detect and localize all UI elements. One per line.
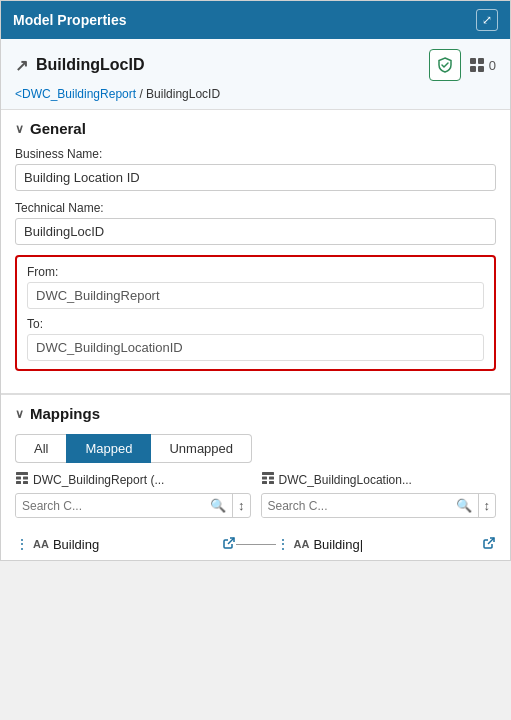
grid-button[interactable]: 0 (469, 57, 496, 73)
svg-rect-12 (262, 481, 267, 484)
panel-header: Model Properties ⤢ (1, 1, 510, 39)
svg-rect-1 (478, 58, 484, 64)
entity-actions: 0 (429, 49, 496, 81)
svg-rect-10 (262, 477, 267, 480)
technical-name-group: Technical Name: (15, 201, 496, 245)
from-to-group: From: To: (15, 255, 496, 371)
entity-arrow-icon: ↗ (15, 56, 28, 75)
right-search-row: 🔍 ↕ (261, 493, 497, 518)
left-search-button[interactable]: 🔍 (204, 494, 232, 517)
breadcrumb: <DWC_BuildingReport / BuildingLocID (1, 85, 510, 109)
left-col-header: DWC_BuildingReport (... (15, 471, 251, 488)
to-input[interactable] (27, 334, 484, 361)
left-item-name: Building (53, 537, 218, 552)
business-name-input[interactable] (15, 164, 496, 191)
technical-name-label: Technical Name: (15, 201, 496, 215)
general-section-header[interactable]: ∨ General (1, 110, 510, 143)
mappings-tab-bar: All Mapped Unmapped (1, 428, 510, 463)
svg-rect-5 (16, 477, 21, 480)
right-item-type-icon: AA (294, 538, 310, 550)
model-properties-panel: Model Properties ⤢ ↗ BuildingLocID (0, 0, 511, 561)
left-search-input[interactable] (16, 495, 204, 517)
left-col-table-icon (15, 471, 29, 488)
breadcrumb-parent[interactable]: <DWC_BuildingReport (15, 87, 136, 101)
svg-rect-8 (23, 481, 28, 484)
mapping-item-row: ⋮ AA Building ⋮ AA Building| (1, 528, 510, 560)
mappings-section-header[interactable]: ∨ Mappings (1, 395, 510, 428)
panel-title: Model Properties (13, 12, 127, 28)
mappings-chevron-icon: ∨ (15, 407, 24, 421)
svg-rect-6 (23, 477, 28, 480)
left-item-type-icon: AA (33, 538, 49, 550)
left-item-menu-icon[interactable]: ⋮ (15, 536, 29, 552)
right-mapping-item: ⋮ AA Building| (276, 536, 497, 553)
right-sort-button[interactable]: ↕ (478, 494, 496, 517)
svg-rect-9 (262, 472, 274, 475)
from-label: From: (27, 265, 484, 279)
svg-rect-7 (16, 481, 21, 484)
breadcrumb-current: BuildingLocID (146, 87, 220, 101)
svg-rect-4 (16, 472, 28, 475)
entity-name-group: ↗ BuildingLocID (15, 56, 144, 75)
left-col-title: DWC_BuildingReport (... (33, 473, 164, 487)
entity-row: ↗ BuildingLocID 0 (1, 39, 510, 85)
svg-rect-0 (470, 58, 476, 64)
right-item-link-icon[interactable] (482, 536, 496, 553)
left-sort-button[interactable]: ↕ (232, 494, 250, 517)
right-search-button[interactable]: 🔍 (450, 494, 478, 517)
expand-button[interactable]: ⤢ (476, 9, 498, 31)
right-col-title: DWC_BuildingLocation... (279, 473, 412, 487)
left-col: DWC_BuildingReport (... 🔍 ↕ (15, 471, 251, 522)
technical-name-input[interactable] (15, 218, 496, 245)
svg-rect-13 (269, 481, 274, 484)
tab-unmapped[interactable]: Unmapped (151, 434, 252, 463)
right-search-input[interactable] (262, 495, 450, 517)
mappings-section: ∨ Mappings All Mapped Unmapped (1, 394, 510, 560)
mapping-columns-header: DWC_BuildingReport (... 🔍 ↕ (1, 463, 510, 522)
shield-button[interactable] (429, 49, 461, 81)
connector-line (236, 530, 276, 558)
to-label: To: (27, 317, 484, 331)
general-form-body: Business Name: Technical Name: From: To: (1, 143, 510, 393)
tab-mapped[interactable]: Mapped (66, 434, 151, 463)
tab-all[interactable]: All (15, 434, 66, 463)
right-item-menu-icon[interactable]: ⋮ (276, 536, 290, 552)
general-section-label: General (30, 120, 86, 137)
left-search-row: 🔍 ↕ (15, 493, 251, 518)
svg-rect-3 (478, 66, 484, 72)
mappings-section-label: Mappings (30, 405, 100, 422)
from-input[interactable] (27, 282, 484, 309)
business-name-group: Business Name: (15, 147, 496, 191)
right-col-table-icon (261, 471, 275, 488)
entity-name-label: BuildingLocID (36, 56, 144, 74)
right-col: DWC_BuildingLocation... 🔍 ↕ (261, 471, 497, 522)
right-col-header: DWC_BuildingLocation... (261, 471, 497, 488)
breadcrumb-separator: / (136, 87, 146, 101)
svg-rect-11 (269, 477, 274, 480)
left-item-link-icon[interactable] (222, 536, 236, 553)
general-chevron-icon: ∨ (15, 122, 24, 136)
svg-rect-2 (470, 66, 476, 72)
right-item-name: Building| (313, 537, 478, 552)
left-mapping-item: ⋮ AA Building (15, 536, 236, 553)
grid-count: 0 (489, 58, 496, 73)
business-name-label: Business Name: (15, 147, 496, 161)
